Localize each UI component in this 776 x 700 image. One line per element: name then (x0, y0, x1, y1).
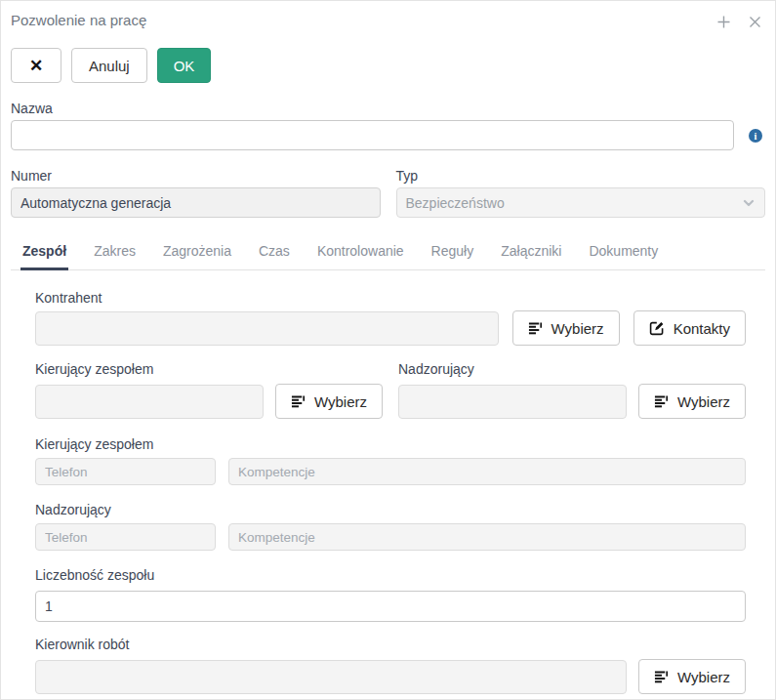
kontakty-button[interactable]: Kontakty (633, 310, 746, 346)
nadzorujacy-label: Nadzorujący (398, 360, 746, 378)
close-button[interactable]: ✕ (11, 48, 61, 83)
nadzorujacy-details-row (35, 523, 746, 551)
plus-icon[interactable] (715, 13, 732, 30)
tab-czas[interactable]: Czas (257, 238, 292, 270)
tab-zalaczniki[interactable]: Załączniki (499, 238, 563, 270)
list-icon (654, 394, 669, 409)
kierownik-row: Wybierz (35, 659, 746, 694)
kontrahent-wybierz-label: Wybierz (551, 320, 604, 337)
kierownik-input (35, 660, 627, 694)
svg-text:i: i (755, 130, 757, 141)
work-permit-dialog: Pozwolenie na pracę ✕ Anuluj OK Nazwa i (0, 0, 776, 700)
nazwa-row: i (11, 120, 765, 150)
liczebnosc-group: Liczebność zespołu (35, 566, 746, 622)
edit-icon (649, 320, 665, 336)
kierujacy-row: Wybierz (35, 384, 383, 419)
tab-pane-zespol: Kontrahent Wybierz (11, 270, 765, 694)
tab-dokumenty[interactable]: Dokumenty (587, 238, 660, 270)
tab-zespol[interactable]: Zespół (20, 238, 68, 270)
tab-reguly[interactable]: Reguły (429, 238, 476, 270)
kontrahent-wybierz-button[interactable]: Wybierz (512, 310, 620, 346)
chevron-down-icon (742, 196, 756, 210)
leaders-row: Kierujący zespołem Wybierz (35, 360, 746, 419)
liczebnosc-input[interactable] (35, 591, 746, 622)
typ-label: Typ (396, 167, 766, 185)
kierujacy-wybierz-button[interactable]: Wybierz (275, 384, 383, 419)
tab-bar: Zespół Zakres Zagrożenia Czas Kontrolowa… (11, 238, 765, 270)
nadzorujacy-kompetencje-input (228, 523, 746, 551)
nadzorujacy-details-label: Nadzorujący (35, 501, 746, 518)
typ-select: Bezpieczeństwo (396, 187, 766, 218)
kierujacy-kompetencje-input (228, 458, 746, 485)
form-area: Nazwa i Numer Typ Bezpieczeństwo (1, 100, 775, 694)
nadzorujacy-telefon-input (35, 523, 216, 551)
typ-selected-value: Bezpieczeństwo (406, 195, 743, 211)
list-icon (654, 670, 669, 684)
kierujacy-group: Kierujący zespołem Wybierz (35, 360, 383, 419)
kierujacy-details-row (35, 458, 746, 485)
kierujacy-details-group: Kierujący zespołem (35, 435, 746, 485)
nadzorujacy-details-group: Nadzorujący (35, 501, 746, 551)
page-title: Pozwolenie na pracę (11, 11, 146, 30)
tab-zagrozenia[interactable]: Zagrożenia (161, 238, 233, 270)
kierujacy-label: Kierujący zespołem (35, 360, 383, 378)
kontrahent-row: Wybierz Kontakty (35, 310, 746, 346)
kierownik-wybierz-button[interactable]: Wybierz (638, 659, 746, 694)
liczebnosc-label: Liczebność zespołu (35, 566, 746, 584)
nadzorujacy-input (398, 385, 627, 419)
numer-typ-row: Numer Typ Bezpieczeństwo (11, 167, 765, 218)
nadzorujacy-wybierz-label: Wybierz (677, 393, 730, 410)
ok-button[interactable]: OK (157, 48, 212, 83)
info-icon[interactable]: i (746, 128, 765, 144)
tab-zakres[interactable]: Zakres (92, 238, 138, 270)
dialog-header: Pozwolenie na pracę (1, 1, 775, 30)
kierujacy-details-label: Kierujący zespołem (35, 435, 746, 453)
close-icon[interactable] (746, 13, 763, 30)
window-controls (715, 13, 763, 30)
nadzorujacy-wybierz-button[interactable]: Wybierz (638, 384, 746, 419)
kierownik-wybierz-label: Wybierz (677, 669, 730, 685)
list-icon (291, 394, 306, 409)
nadzorujacy-row: Wybierz (398, 384, 746, 419)
cancel-button[interactable]: Anuluj (71, 48, 147, 83)
numer-input (11, 187, 381, 218)
nazwa-label: Nazwa (11, 100, 765, 117)
kierownik-group: Kierownik robót Wybierz (35, 636, 746, 694)
numer-group: Numer (11, 167, 381, 218)
kierujacy-telefon-input (35, 458, 216, 485)
kierujacy-input (35, 385, 264, 419)
kontrahent-input (35, 311, 499, 346)
tab-kontrolowanie[interactable]: Kontrolowanie (315, 238, 406, 270)
kontakty-label: Kontakty (674, 320, 730, 337)
kontrahent-label: Kontrahent (35, 289, 746, 307)
kierownik-label: Kierownik robót (35, 636, 746, 653)
nazwa-input[interactable] (11, 120, 734, 150)
nadzorujacy-group: Nadzorujący Wybierz (398, 360, 746, 419)
kierujacy-wybierz-label: Wybierz (314, 393, 367, 410)
x-icon: ✕ (29, 56, 43, 76)
toolbar: ✕ Anuluj OK (1, 48, 775, 83)
numer-label: Numer (11, 167, 381, 185)
list-icon (528, 321, 543, 336)
typ-group: Typ Bezpieczeństwo (396, 167, 766, 218)
